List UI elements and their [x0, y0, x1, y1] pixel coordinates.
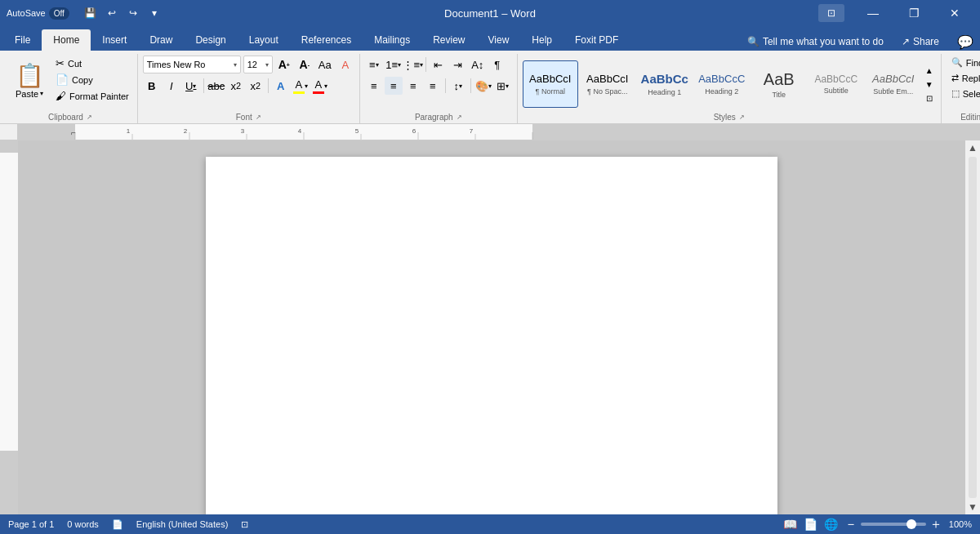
ribbon-display-button[interactable]: ⊡	[818, 4, 844, 22]
zoom-thumb[interactable]	[906, 519, 916, 529]
style-no-spacing[interactable]: AaBbCcI ¶ No Spac...	[580, 60, 635, 108]
tab-layout[interactable]: Layout	[238, 29, 290, 51]
zoom-level[interactable]: 100%	[949, 519, 972, 529]
superscript-button[interactable]: x2	[247, 77, 265, 95]
tab-mailings[interactable]: Mailings	[363, 29, 421, 51]
shading-button[interactable]: 🎨 ▾	[474, 77, 492, 95]
close-button[interactable]: ✕	[936, 0, 973, 26]
font-name-dropdown-icon: ▾	[234, 61, 237, 69]
scroll-thumb[interactable]	[969, 157, 977, 498]
align-center-button[interactable]: ≡	[385, 77, 403, 95]
restore-button[interactable]: ❐	[895, 0, 933, 26]
tab-design[interactable]: Design	[184, 29, 237, 51]
show-formatting-button[interactable]: ¶	[488, 56, 506, 73]
styles-scroll-down[interactable]: ▼	[923, 78, 936, 91]
language[interactable]: English (United States)	[136, 519, 229, 529]
document-scroll[interactable]	[18, 140, 965, 514]
style-title[interactable]: AaB Title	[751, 60, 807, 108]
copy-button[interactable]: 📄 Copy	[52, 72, 132, 87]
tab-help[interactable]: Help	[520, 29, 564, 51]
font-expand-icon[interactable]: ↗	[256, 113, 261, 121]
paste-button[interactable]: 📋 Paste ▾	[8, 56, 51, 105]
styles-scroll-up[interactable]: ▲	[923, 64, 936, 77]
clear-formatting-button[interactable]: A	[336, 56, 354, 73]
styles-expand[interactable]: ⊡	[923, 91, 936, 105]
read-mode-icon[interactable]: 📖	[783, 518, 797, 531]
redo-button[interactable]: ↪	[123, 3, 143, 23]
tab-draw[interactable]: Draw	[138, 29, 184, 51]
paste-dropdown-arrow[interactable]: ▾	[40, 90, 43, 97]
accessibility-icon[interactable]: ⊡	[241, 519, 248, 530]
bold-button[interactable]: B	[143, 77, 161, 95]
web-layout-icon[interactable]: 🌐	[824, 518, 838, 531]
zoom-out-button[interactable]: －	[844, 516, 858, 533]
styles-expand-icon[interactable]: ↗	[739, 113, 745, 121]
multilevel-list-button[interactable]: ⋮≡ ▾	[404, 56, 422, 73]
sort-button[interactable]: A↕	[469, 56, 487, 73]
save-button[interactable]: 💾	[81, 3, 100, 23]
align-right-button[interactable]: ≡	[404, 77, 422, 95]
style-normal[interactable]: AaBbCcI ¶ Normal	[523, 60, 578, 108]
select-button[interactable]: ⬚ Select ▾	[947, 87, 980, 100]
ruler-corner	[0, 124, 18, 140]
scroll-up-button[interactable]: ▲	[966, 140, 979, 155]
share-button[interactable]: ↗ Share	[890, 33, 951, 51]
italic-button[interactable]: I	[163, 77, 180, 95]
proofing-icon[interactable]: 📄	[112, 519, 123, 530]
style-heading2-preview: AaBbCcC	[698, 73, 745, 86]
tab-view[interactable]: View	[477, 29, 521, 51]
line-spacing-button[interactable]: ↕ ▾	[449, 77, 467, 95]
vertical-scrollbar[interactable]: ▲ ▼	[965, 140, 980, 514]
font-color-button[interactable]: A ▾	[311, 77, 329, 95]
tell-me-box[interactable]: 🔍 Tell me what you want to do	[747, 36, 884, 47]
style-subtitle[interactable]: AaBbCcC Subtitle	[808, 60, 864, 108]
undo-button[interactable]: ↩	[102, 3, 122, 23]
paragraph-expand-icon[interactable]: ↗	[457, 113, 462, 121]
style-heading1[interactable]: AaBbCc Heading 1	[637, 60, 693, 108]
text-effects-button[interactable]: A	[272, 77, 290, 95]
increase-indent-button[interactable]: ⇥	[449, 56, 467, 73]
find-button[interactable]: 🔍 Find ▾	[947, 56, 980, 69]
style-subtle-em[interactable]: AaBbCcI Subtle Em...	[866, 60, 921, 108]
strikethrough-button[interactable]: abc	[207, 77, 225, 95]
zoom-in-button[interactable]: ＋	[929, 516, 942, 533]
zoom-track[interactable]	[861, 523, 926, 526]
style-normal-preview: AaBbCcI	[529, 73, 571, 86]
tab-references[interactable]: References	[290, 29, 363, 51]
format-painter-button[interactable]: 🖌 Format Painter	[52, 88, 132, 104]
numbered-list-button[interactable]: 1≡ ▾	[385, 56, 403, 73]
document-page[interactable]	[206, 157, 777, 514]
tab-file[interactable]: File	[3, 29, 42, 51]
change-case-button[interactable]: Aa	[316, 56, 334, 73]
tab-home[interactable]: Home	[42, 29, 91, 51]
minimize-button[interactable]: —	[854, 0, 892, 26]
scroll-down-button[interactable]: ▼	[966, 500, 979, 514]
bullets-button[interactable]: ≡ ▾	[365, 56, 383, 73]
subscript-button[interactable]: x2	[227, 77, 245, 95]
paragraph-row2: ≡ ≡ ≡ ≡ ↕ ▾ 🎨 ▾ ⊞ ▾	[365, 77, 512, 95]
decrease-font-button[interactable]: A-	[296, 56, 314, 73]
borders-button[interactable]: ⊞ ▾	[494, 77, 512, 95]
tab-review[interactable]: Review	[421, 29, 476, 51]
tab-insert[interactable]: Insert	[91, 29, 138, 51]
separator3	[425, 57, 426, 72]
vertical-ruler-svg	[0, 140, 18, 514]
print-layout-icon[interactable]: 📄	[804, 518, 817, 531]
decrease-indent-button[interactable]: ⇤	[430, 56, 448, 73]
cut-button[interactable]: ✂ Cut	[52, 56, 132, 71]
underline-button[interactable]: U ▾	[182, 77, 200, 95]
customize-qa-button[interactable]: ▾	[145, 3, 164, 23]
font-name-selector[interactable]: Times New Ro ▾	[143, 56, 241, 73]
autosave-toggle[interactable]: AutoSave Off	[7, 7, 69, 20]
replace-button[interactable]: ⇄ Replace	[947, 71, 980, 85]
style-heading2[interactable]: AaBbCcC Heading 2	[694, 60, 750, 108]
svg-text:6: 6	[412, 127, 416, 135]
tab-foxit[interactable]: Foxit PDF	[564, 29, 630, 51]
font-size-selector[interactable]: 12 ▾	[243, 56, 273, 73]
comments-button[interactable]: 💬	[957, 34, 973, 50]
clipboard-expand-icon[interactable]: ↗	[87, 113, 92, 121]
text-highlight-button[interactable]: A ▾	[292, 77, 310, 95]
increase-font-button[interactable]: A+	[275, 56, 293, 73]
align-left-button[interactable]: ≡	[365, 77, 383, 95]
justify-button[interactable]: ≡	[424, 77, 442, 95]
